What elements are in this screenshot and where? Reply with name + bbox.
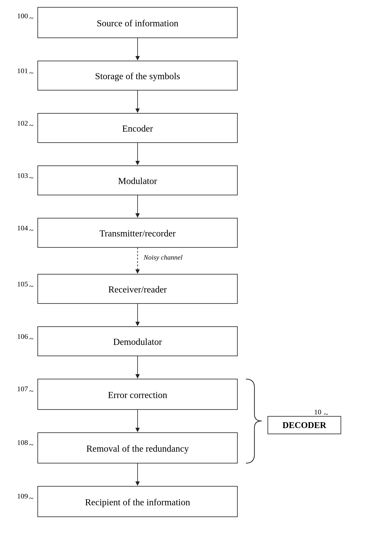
svg-marker-11: [135, 108, 140, 113]
svg-text:~: ~: [29, 334, 33, 343]
svg-text:Removal of the redundancy: Removal of the redundancy: [86, 443, 189, 454]
svg-text:~: ~: [29, 387, 33, 395]
svg-marker-42: [135, 374, 140, 379]
svg-text:Transmitter/recorder: Transmitter/recorder: [99, 228, 176, 238]
svg-text:100: 100: [17, 12, 28, 20]
diagram-svg: Source of information 100 ~ Storage of t…: [0, 0, 392, 537]
svg-text:Noisy channel: Noisy channel: [143, 254, 183, 261]
svg-text:Encoder: Encoder: [122, 123, 153, 134]
svg-text:~: ~: [29, 226, 33, 234]
svg-text:Receiver/reader: Receiver/reader: [108, 284, 167, 294]
svg-text:~: ~: [29, 440, 33, 449]
svg-text:Storage of the symbols: Storage of the symbols: [95, 71, 180, 81]
svg-text:~: ~: [29, 282, 33, 291]
svg-marker-29: [135, 269, 140, 274]
svg-text:~: ~: [29, 173, 33, 182]
svg-text:~: ~: [29, 494, 33, 503]
svg-text:108: 108: [17, 438, 28, 446]
svg-marker-48: [135, 428, 140, 432]
svg-text:106: 106: [17, 332, 28, 340]
svg-marker-36: [135, 322, 140, 326]
svg-marker-17: [135, 161, 140, 165]
svg-text:10: 10: [314, 408, 321, 416]
svg-text:~: ~: [324, 410, 328, 419]
svg-marker-54: [135, 481, 140, 486]
svg-text:Error correction: Error correction: [108, 390, 167, 400]
diagram-container: Source of information 100 ~ Storage of t…: [0, 0, 392, 537]
svg-text:105: 105: [17, 280, 28, 288]
svg-text:~: ~: [29, 68, 33, 77]
svg-text:102: 102: [17, 119, 28, 127]
svg-text:Demodulator: Demodulator: [113, 337, 162, 347]
svg-text:101: 101: [17, 67, 28, 75]
svg-marker-23: [135, 213, 140, 218]
svg-text:~: ~: [29, 121, 33, 130]
svg-text:DECODER: DECODER: [282, 420, 327, 430]
svg-text:~: ~: [29, 14, 33, 22]
svg-text:104: 104: [17, 224, 28, 232]
svg-text:107: 107: [17, 385, 28, 393]
svg-text:103: 103: [17, 171, 28, 179]
svg-text:Recipient of the information: Recipient of the information: [85, 497, 190, 507]
svg-text:Source of information: Source of information: [97, 18, 178, 28]
svg-text:Modulator: Modulator: [118, 176, 157, 186]
svg-text:109: 109: [17, 492, 28, 500]
svg-marker-5: [135, 56, 140, 60]
